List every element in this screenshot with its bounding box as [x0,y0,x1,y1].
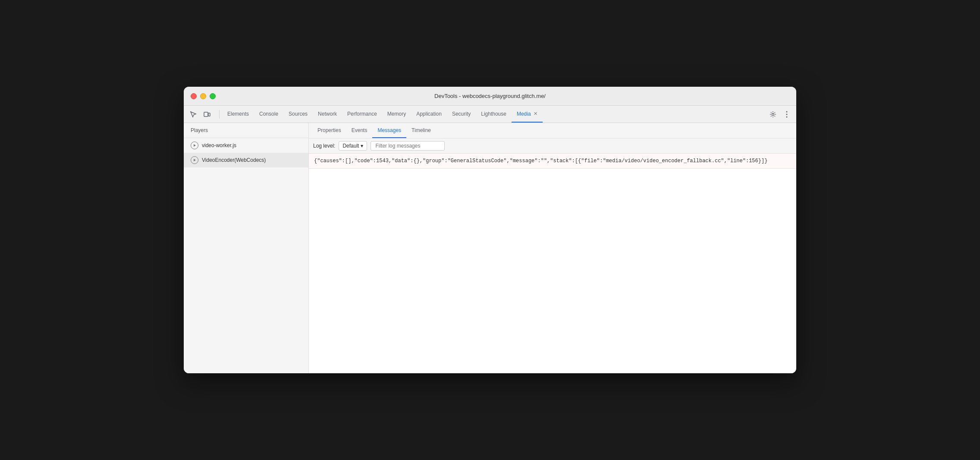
main-content: Players video-worker.js VideoEncoder(Web… [184,123,796,373]
sidebar-item-video-encoder[interactable]: VideoEncoder(WebCodecs) [184,153,308,167]
titlebar: DevTools - webcodecs-playground.glitch.m… [184,87,796,106]
tab-sources[interactable]: Sources [283,106,313,123]
sidebar-item-label: VideoEncoder(WebCodecs) [202,157,266,163]
minimize-button[interactable] [200,93,206,99]
inspect-element-button[interactable] [187,108,199,120]
play-icon-video-worker [191,142,198,149]
tab-media-close[interactable]: ✕ [534,111,537,117]
panel-tabs: Properties Events Messages Timeline [309,123,796,139]
more-options-button[interactable] [781,108,793,120]
toolbar-icons [187,108,213,120]
panel-tab-messages[interactable]: Messages [372,123,406,138]
log-entry: {"causes":[],"code":1543,"data":{},"grou… [309,154,796,169]
tab-security[interactable]: Security [447,106,476,123]
svg-point-5 [786,116,788,117]
tab-application[interactable]: Application [411,106,447,123]
tab-network[interactable]: Network [313,106,342,123]
devtools-toolbar: Elements Console Sources Network Perform… [184,106,796,123]
log-controls: Log level: Default ▾ [309,139,796,154]
tab-performance[interactable]: Performance [342,106,382,123]
fullscreen-button[interactable] [210,93,216,99]
play-icon-video-encoder [191,156,198,164]
tab-memory[interactable]: Memory [382,106,411,123]
close-button[interactable] [191,93,197,99]
tab-console[interactable]: Console [254,106,283,123]
tab-lighthouse[interactable]: Lighthouse [476,106,512,123]
right-panel: Properties Events Messages Timeline Log … [309,123,796,373]
tab-media[interactable]: Media ✕ [512,106,543,123]
toolbar-right [767,108,793,120]
traffic-lights [191,93,216,99]
svg-point-2 [772,113,774,115]
svg-point-3 [786,111,788,112]
svg-point-4 [786,113,788,115]
sidebar: Players video-worker.js VideoEncoder(Web… [184,123,309,373]
tab-elements[interactable]: Elements [222,106,254,123]
sidebar-header: Players [184,123,308,138]
svg-rect-1 [208,113,210,116]
window-title: DevTools - webcodecs-playground.glitch.m… [434,93,546,99]
svg-marker-7 [194,159,196,161]
log-level-label: Log level: [313,143,335,149]
toolbar-divider [219,110,220,119]
device-toolbar-button[interactable] [201,108,213,120]
settings-button[interactable] [767,108,779,120]
devtools-window: DevTools - webcodecs-playground.glitch.m… [184,87,796,373]
log-level-select[interactable]: Default ▾ [339,141,367,151]
main-tab-nav: Elements Console Sources Network Perform… [222,106,766,123]
svg-rect-0 [204,112,208,117]
sidebar-item-video-worker[interactable]: video-worker.js [184,138,308,153]
svg-marker-6 [194,144,196,147]
panel-tab-properties[interactable]: Properties [312,123,346,138]
log-area: {"causes":[],"code":1543,"data":{},"grou… [309,154,796,373]
sidebar-item-label: video-worker.js [202,142,236,148]
filter-input[interactable] [371,141,445,151]
panel-tab-timeline[interactable]: Timeline [406,123,436,138]
chevron-down-icon: ▾ [361,143,363,149]
panel-tab-events[interactable]: Events [346,123,373,138]
